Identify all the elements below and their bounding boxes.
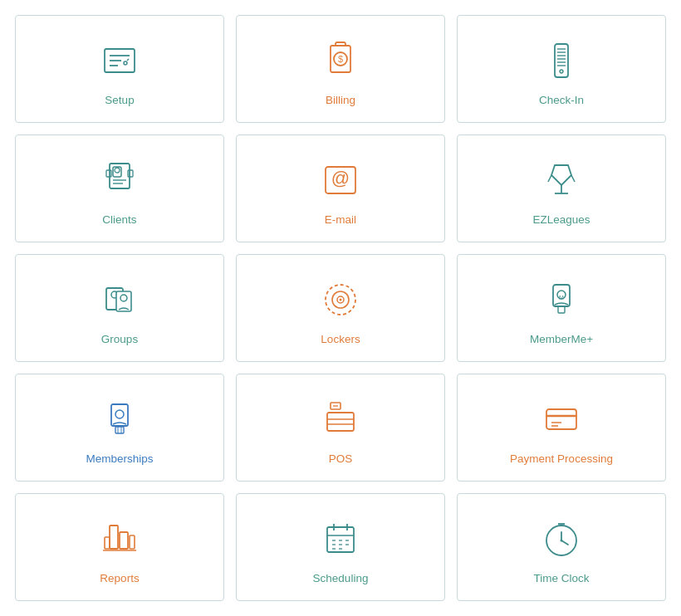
scheduling-icon bbox=[316, 514, 365, 564]
card-memberships[interactable]: Memberships bbox=[15, 374, 224, 482]
svg-rect-49 bbox=[327, 413, 354, 431]
memberships-icon bbox=[95, 394, 145, 444]
pos-icon bbox=[316, 394, 365, 444]
lockers-label: Lockers bbox=[321, 333, 360, 345]
checkin-icon bbox=[536, 36, 586, 86]
payment-icon bbox=[536, 394, 586, 444]
svg-rect-23 bbox=[128, 170, 133, 177]
svg-rect-57 bbox=[120, 532, 128, 549]
timeclock-icon bbox=[536, 514, 586, 564]
clients-label: Clients bbox=[102, 213, 136, 226]
checkin-label: Check-In bbox=[539, 94, 584, 106]
svg-rect-18 bbox=[113, 167, 121, 177]
setup-icon bbox=[95, 36, 145, 86]
billing-label: Billing bbox=[326, 94, 355, 106]
svg-point-76 bbox=[561, 539, 563, 541]
svg-rect-41 bbox=[558, 306, 565, 313]
card-email[interactable]: @ E-mail bbox=[236, 134, 445, 242]
email-label: E-mail bbox=[325, 213, 356, 226]
email-icon: @ bbox=[316, 155, 365, 205]
svg-rect-22 bbox=[106, 170, 111, 177]
memberme-label: MemberMe+ bbox=[530, 333, 593, 345]
card-ezleagues[interactable]: EZLeagues bbox=[457, 134, 666, 242]
svg-line-29 bbox=[571, 175, 575, 182]
billing-icon: $ bbox=[316, 36, 365, 86]
card-pos[interactable]: POS bbox=[236, 374, 445, 482]
groups-label: Groups bbox=[101, 333, 138, 345]
svg-text:@: @ bbox=[331, 168, 350, 188]
svg-rect-56 bbox=[110, 526, 118, 549]
reports-label: Reports bbox=[100, 572, 139, 584]
card-billing[interactable]: $ Billing bbox=[236, 15, 445, 123]
svg-point-43 bbox=[115, 410, 124, 418]
scheduling-label: Scheduling bbox=[313, 572, 369, 584]
payment-label: Payment Processing bbox=[510, 452, 613, 465]
lockers-icon bbox=[316, 275, 365, 325]
card-payment[interactable]: Payment Processing bbox=[457, 374, 666, 482]
card-groups[interactable]: Groups bbox=[15, 254, 224, 362]
module-grid: Setup $ Billing Check-In Clients @ E-ma bbox=[0, 0, 681, 616]
card-setup[interactable]: Setup bbox=[15, 15, 224, 123]
pos-label: POS bbox=[329, 452, 353, 465]
card-checkin[interactable]: Check-In bbox=[457, 15, 666, 123]
memberme-icon: M bbox=[536, 275, 586, 325]
svg-point-16 bbox=[560, 70, 563, 73]
card-lockers[interactable]: Lockers bbox=[236, 254, 445, 362]
timeclock-label: Time Clock bbox=[533, 572, 589, 584]
svg-rect-59 bbox=[130, 535, 135, 549]
card-clients[interactable]: Clients bbox=[15, 134, 224, 242]
svg-rect-44 bbox=[115, 427, 124, 433]
card-memberme[interactable]: M MemberMe+ bbox=[457, 254, 666, 362]
ezleagues-icon bbox=[536, 155, 586, 205]
card-reports[interactable]: Reports bbox=[15, 493, 224, 601]
memberships-label: Memberships bbox=[86, 452, 153, 465]
svg-text:M: M bbox=[559, 295, 564, 301]
svg-text:$: $ bbox=[338, 54, 343, 64]
svg-rect-52 bbox=[546, 409, 576, 429]
svg-point-37 bbox=[340, 298, 342, 301]
setup-label: Setup bbox=[105, 94, 134, 106]
groups-icon bbox=[95, 275, 145, 325]
svg-point-4 bbox=[124, 61, 127, 65]
ezleagues-label: EZLeagues bbox=[532, 213, 590, 226]
svg-line-28 bbox=[548, 175, 551, 182]
reports-icon bbox=[95, 514, 145, 564]
card-timeclock[interactable]: Time Clock bbox=[457, 493, 666, 601]
clients-icon bbox=[95, 155, 145, 205]
card-scheduling[interactable]: Scheduling bbox=[236, 493, 445, 601]
svg-point-19 bbox=[115, 168, 120, 173]
svg-line-5 bbox=[127, 59, 129, 61]
